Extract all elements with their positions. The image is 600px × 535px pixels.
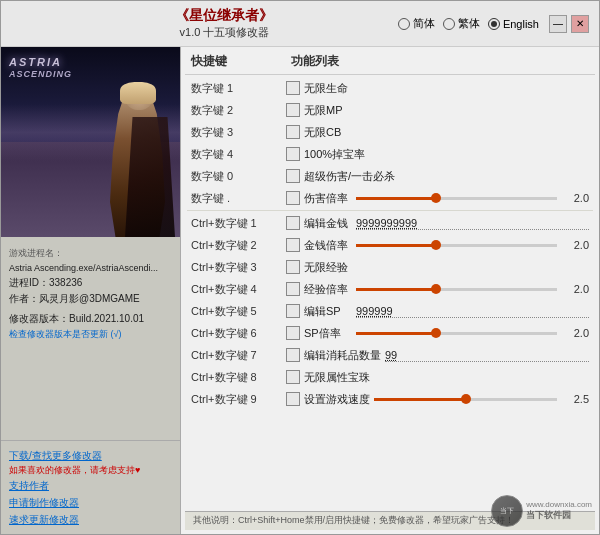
- hotkey-row[interactable]: 数字键 1无限生命: [187, 77, 593, 99]
- slider-wrap[interactable]: 2.0: [352, 192, 589, 204]
- slider-value: 2.0: [561, 239, 589, 251]
- hotkey-row[interactable]: Ctrl+数字键 9设置游戏速度2.5: [187, 388, 593, 410]
- slider-wrap[interactable]: 2.0: [352, 239, 589, 251]
- minimize-button[interactable]: —: [549, 15, 567, 33]
- hotkey-input-value[interactable]: 999999: [356, 305, 589, 318]
- radio-simplified[interactable]: [398, 18, 410, 30]
- hotkey-checkbox[interactable]: [286, 103, 300, 117]
- hotkey-row[interactable]: 数字键 4100%掉宝率: [187, 143, 593, 165]
- hotkey-checkbox[interactable]: [286, 370, 300, 384]
- radio-english[interactable]: [488, 18, 500, 30]
- hotkey-key: Ctrl+数字键 4: [191, 282, 286, 297]
- hotkey-input-value[interactable]: 9999999999: [356, 217, 589, 230]
- watermark-icon: 当下: [500, 507, 514, 515]
- hotkey-key: 数字键 0: [191, 169, 286, 184]
- close-button[interactable]: ✕: [571, 15, 589, 33]
- hotkey-row[interactable]: 数字键 .伤害倍率2.0: [187, 187, 593, 209]
- watermark-circle: 当下: [491, 495, 523, 527]
- hotkey-checkbox[interactable]: [286, 81, 300, 95]
- hotkey-func-label: 设置游戏速度: [304, 392, 370, 407]
- hotkey-checkbox[interactable]: [286, 304, 300, 318]
- game-exe: Astria Ascending.exe/AstriaAscendi...: [9, 261, 172, 275]
- col-function-header: 功能列表: [291, 53, 589, 70]
- mod-version: 修改器版本：Build.2021.10.01: [9, 311, 172, 327]
- hotkey-row[interactable]: Ctrl+数字键 7编辑消耗品数量99: [187, 344, 593, 366]
- hotkey-checkbox[interactable]: [286, 326, 300, 340]
- slider-fill: [356, 197, 436, 200]
- hotkey-func-label: 无限经验: [304, 260, 589, 275]
- hotkey-key: Ctrl+数字键 5: [191, 304, 286, 319]
- hotkey-func-label: 超级伤害/一击必杀: [304, 169, 589, 184]
- hotkey-func-label: SP倍率: [304, 326, 352, 341]
- update-link[interactable]: 速求更新修改器: [9, 511, 172, 528]
- hotkey-row[interactable]: Ctrl+数字键 1编辑金钱9999999999: [187, 212, 593, 234]
- hotkey-func-label: 经验倍率: [304, 282, 352, 297]
- watermark-site: www.downxia.com: [526, 500, 592, 509]
- hotkey-row[interactable]: 数字键 2无限MP: [187, 99, 593, 121]
- hotkey-checkbox[interactable]: [286, 260, 300, 274]
- slider-thumb[interactable]: [431, 240, 441, 250]
- slider-wrap[interactable]: 2.0: [352, 327, 589, 339]
- hotkey-checkbox[interactable]: [286, 216, 300, 230]
- hotkey-key: Ctrl+数字键 3: [191, 260, 286, 275]
- download-link[interactable]: 下载/查找更多修改器: [9, 447, 172, 464]
- hotkey-func-label: 无限CB: [304, 125, 589, 140]
- watermark-text-block: www.downxia.com 当下软件园: [526, 500, 592, 522]
- slider-fill: [356, 288, 436, 291]
- hotkey-row[interactable]: Ctrl+数字键 8无限属性宝珠: [187, 366, 593, 388]
- hotkey-checkbox[interactable]: [286, 125, 300, 139]
- hotkey-checkbox[interactable]: [286, 348, 300, 362]
- support-link[interactable]: 支持作者: [9, 477, 172, 494]
- main-content: ASTRIA ASCENDING 游戏进程名： Astria Ascending…: [1, 47, 599, 534]
- hotkey-row[interactable]: Ctrl+数字键 6SP倍率2.0: [187, 322, 593, 344]
- slider-track[interactable]: [374, 398, 557, 401]
- hotkey-row[interactable]: Ctrl+数字键 2金钱倍率2.0: [187, 234, 593, 256]
- hotkey-checkbox[interactable]: [286, 282, 300, 296]
- hotkey-checkbox[interactable]: [286, 191, 300, 205]
- slider-track[interactable]: [356, 332, 557, 335]
- hotkey-func-label: 编辑SP: [304, 304, 352, 319]
- hotkey-key: 数字键 3: [191, 125, 286, 140]
- lang-simplified[interactable]: 简体: [398, 16, 435, 31]
- lang-english[interactable]: English: [488, 18, 539, 30]
- hotkey-row[interactable]: 数字键 0超级伤害/一击必杀: [187, 165, 593, 187]
- window-buttons: — ✕: [549, 15, 589, 33]
- request-link[interactable]: 申请制作修改器: [9, 494, 172, 511]
- slider-wrap[interactable]: 2.0: [352, 283, 589, 295]
- hotkey-key: Ctrl+数字键 7: [191, 348, 286, 363]
- slider-track[interactable]: [356, 197, 557, 200]
- hotkey-list: 数字键 1无限生命数字键 2无限MP数字键 3无限CB数字键 4100%掉宝率数…: [185, 77, 595, 511]
- game-links: 下载/查找更多修改器 如果喜欢的修改器，请考虑支持♥ 支持作者 申请制作修改器 …: [1, 440, 180, 535]
- hotkey-row[interactable]: Ctrl+数字键 3无限经验: [187, 256, 593, 278]
- hotkey-func-label: 金钱倍率: [304, 238, 352, 253]
- hotkey-checkbox[interactable]: [286, 238, 300, 252]
- slider-track[interactable]: [356, 288, 557, 291]
- slider-thumb[interactable]: [461, 394, 471, 404]
- hotkey-key: 数字键 4: [191, 147, 286, 162]
- slider-value: 2.0: [561, 192, 589, 204]
- slider-thumb[interactable]: [431, 328, 441, 338]
- slider-thumb[interactable]: [431, 284, 441, 294]
- slider-fill: [374, 398, 466, 401]
- logo-line1: ASTRIA: [9, 55, 72, 69]
- hotkey-input-value[interactable]: 99: [385, 349, 589, 362]
- radio-traditional[interactable]: [443, 18, 455, 30]
- check-update[interactable]: 检查修改器版本是否更新 (√): [9, 327, 172, 341]
- slider-wrap[interactable]: 2.5: [370, 393, 589, 405]
- hotkey-key: Ctrl+数字键 8: [191, 370, 286, 385]
- slider-track[interactable]: [356, 244, 557, 247]
- hotkey-checkbox[interactable]: [286, 392, 300, 406]
- col-hotkey-header: 快捷键: [191, 53, 291, 70]
- main-window: 《星位继承者》 v1.0 十五项修改器 简体 繁体 English —: [0, 0, 600, 535]
- game-label: 游戏进程名：: [9, 248, 63, 258]
- slider-thumb[interactable]: [431, 193, 441, 203]
- game-logo: ASTRIA ASCENDING: [9, 55, 72, 81]
- hotkey-row[interactable]: Ctrl+数字键 4经验倍率2.0: [187, 278, 593, 300]
- game-pid: 进程ID：338236: [9, 275, 172, 291]
- hotkey-row[interactable]: Ctrl+数字键 5编辑SP999999: [187, 300, 593, 322]
- hotkey-row[interactable]: 数字键 3无限CB: [187, 121, 593, 143]
- hotkey-checkbox[interactable]: [286, 169, 300, 183]
- hotkey-checkbox[interactable]: [286, 147, 300, 161]
- lang-simplified-label: 简体: [413, 16, 435, 31]
- lang-traditional[interactable]: 繁体: [443, 16, 480, 31]
